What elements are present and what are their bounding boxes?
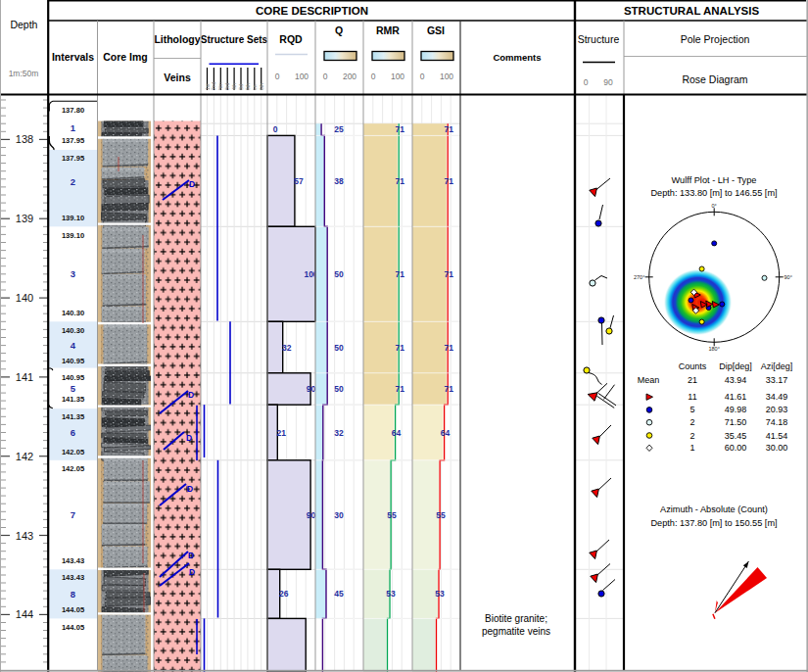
svg-text:Dip[deg]: Dip[deg] [719,361,752,371]
svg-text:1st: 1st [205,83,211,90]
svg-text:64: 64 [441,428,451,438]
svg-text:Structure Sets: Structure Sets [201,34,268,45]
svg-text:144.05: 144.05 [62,605,85,614]
svg-text:1m:50m: 1m:50m [9,69,39,78]
svg-text:100: 100 [295,72,309,81]
svg-text:Bd: Bd [238,84,244,90]
svg-text:RMR: RMR [376,24,400,36]
svg-text:D: D [188,390,194,400]
svg-text:1: 1 [689,443,694,453]
svg-text:D: D [187,484,193,494]
svg-text:60.00: 60.00 [725,443,747,453]
svg-text:Depth: Depth [10,19,37,30]
svg-text:30.00: 30.00 [766,443,788,453]
svg-text:32: 32 [334,428,344,438]
svg-text:139: 139 [16,213,33,224]
svg-text:55: 55 [436,510,446,520]
svg-text:137.95: 137.95 [62,136,85,145]
svg-text:Mean: Mean [638,375,660,385]
svg-text:141.35: 141.35 [62,395,85,404]
svg-text:143: 143 [16,530,33,542]
svg-text:41.61: 41.61 [725,392,747,402]
svg-text:71: 71 [444,176,453,186]
svg-text:2: 2 [71,176,75,187]
svg-text:0: 0 [420,72,425,81]
svg-text:1: 1 [71,122,76,133]
svg-text:143.43: 143.43 [62,573,84,582]
svg-text:71: 71 [444,384,453,394]
svg-text:90: 90 [307,510,316,520]
svg-text:71: 71 [395,176,404,186]
svg-text:143.43: 143.43 [62,556,84,565]
svg-text:0: 0 [273,124,278,134]
svg-text:140: 140 [16,292,33,304]
svg-text:0°: 0° [712,203,717,209]
svg-text:57: 57 [294,176,304,186]
svg-text:6: 6 [71,427,75,438]
svg-text:180°: 180° [709,346,720,352]
svg-text:71: 71 [395,269,404,279]
svg-text:D: D [186,433,192,443]
svg-text:Comments: Comments [493,52,541,63]
svg-text:137.80: 137.80 [62,106,84,115]
svg-text:138: 138 [16,133,33,145]
svg-text:2nd: 2nd [211,81,216,90]
svg-text:43.94: 43.94 [725,375,747,385]
svg-text:200: 200 [343,72,356,81]
svg-text:D: D [189,567,195,577]
svg-text:0: 0 [371,72,376,81]
svg-text:32: 32 [282,343,292,353]
svg-text:D: D [188,551,194,560]
svg-text:90: 90 [307,384,316,394]
svg-text:142: 142 [16,451,33,462]
svg-text:140.95: 140.95 [62,357,85,365]
svg-text:50: 50 [334,343,344,353]
svg-text:139.10: 139.10 [62,214,84,222]
svg-text:Intervals: Intervals [52,51,94,63]
svg-text:0: 0 [275,72,280,81]
svg-text:100: 100 [304,269,317,279]
svg-text:71: 71 [444,124,453,134]
svg-text:140.30: 140.30 [62,309,84,317]
svg-text:90: 90 [603,77,613,87]
svg-text:100: 100 [440,72,453,81]
svg-text:50: 50 [334,384,344,394]
svg-text:2: 2 [689,417,694,427]
svg-text:Lithology: Lithology [154,33,200,45]
svg-text:26: 26 [279,589,289,599]
svg-text:49.98: 49.98 [725,405,747,414]
svg-text:137.95: 137.95 [62,154,85,163]
svg-text:8: 8 [71,589,75,600]
svg-text:Depth: 137.80 [m] to 150.55 [m: Depth: 137.80 [m] to 150.55 [m] [650,518,777,528]
svg-text:41.54: 41.54 [766,431,788,441]
svg-text:21: 21 [688,375,697,385]
svg-text:0: 0 [584,77,589,87]
svg-text:64: 64 [392,428,402,438]
svg-text:D: D [189,179,195,189]
svg-text:Ln: Ln [252,84,258,90]
svg-text:45: 45 [334,589,344,599]
svg-text:6th: 6th [259,83,264,90]
svg-text:141.35: 141.35 [62,412,85,421]
svg-text:71: 71 [444,269,453,279]
svg-text:141: 141 [16,371,33,383]
svg-text:Depth: 133.80 [m] to 146.55 [m: Depth: 133.80 [m] to 146.55 [m] [650,188,777,198]
svg-text:5: 5 [689,405,694,414]
svg-text:Wulff Plot - LH - Type: Wulff Plot - LH - Type [672,175,757,185]
svg-text:Core Img: Core Img [103,51,148,63]
svg-text:Structure: Structure [578,33,620,45]
svg-text:140.95: 140.95 [62,373,85,382]
svg-text:4: 4 [71,340,76,351]
svg-text:38: 38 [334,176,344,186]
svg-text:4th: 4th [231,83,237,90]
svg-text:21: 21 [277,428,287,438]
svg-text:11: 11 [688,392,696,402]
svg-text:100: 100 [391,72,404,81]
svg-text:STRUCTURAL ANALYSIS: STRUCTURAL ANALYSIS [624,5,760,17]
svg-text:71: 71 [444,343,453,353]
svg-text:GSI: GSI [427,24,445,36]
svg-text:Pole Projection: Pole Projection [681,33,750,45]
svg-text:139.10: 139.10 [62,231,84,240]
svg-text:35.45: 35.45 [725,431,747,441]
svg-text:Rose Diagram: Rose Diagram [682,73,747,85]
